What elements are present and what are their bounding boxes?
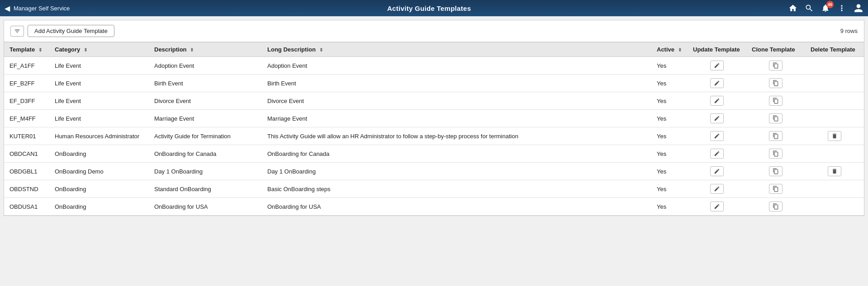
cell-category: OnBoarding bbox=[49, 198, 149, 216]
cell-update-template bbox=[688, 180, 746, 198]
cell-update-template bbox=[688, 163, 746, 180]
cell-long-description: OnBoarding for Canada bbox=[262, 145, 651, 163]
cell-delete-template bbox=[805, 198, 864, 216]
main-content: Add Activity Guide Template 9 rows Templ… bbox=[4, 20, 864, 216]
notification-badge: 45 bbox=[826, 1, 834, 8]
col-header-long-description: Long Description ⇕ bbox=[262, 42, 651, 57]
cell-clone-template bbox=[746, 145, 805, 163]
cell-description: OnBoarding for Canada bbox=[149, 145, 262, 163]
cell-clone-template bbox=[746, 180, 805, 198]
cell-category: Human Resources Administrator bbox=[49, 127, 149, 145]
cell-long-description: Marriage Event bbox=[262, 110, 651, 127]
cell-clone-template bbox=[746, 92, 805, 110]
user-avatar-button[interactable] bbox=[854, 3, 863, 13]
sort-icon-template[interactable]: ⇕ bbox=[38, 47, 42, 52]
cell-active: Yes bbox=[651, 145, 688, 163]
col-header-description: Description ⇕ bbox=[149, 42, 262, 57]
delete-template-button[interactable] bbox=[828, 166, 841, 176]
clone-template-button[interactable] bbox=[769, 96, 783, 106]
cell-category: Life Event bbox=[49, 92, 149, 110]
clone-template-button[interactable] bbox=[769, 202, 783, 211]
cell-delete-template bbox=[805, 127, 864, 145]
toolbar: Add Activity Guide Template 9 rows bbox=[4, 20, 864, 42]
col-header-update-template: Update Template bbox=[688, 42, 746, 57]
table-row: OBDCAN1 OnBoarding OnBoarding for Canada… bbox=[4, 145, 864, 163]
clone-template-button[interactable] bbox=[769, 113, 783, 123]
cell-description: Divorce Event bbox=[149, 92, 262, 110]
clone-template-button[interactable] bbox=[769, 166, 783, 176]
table-row: EF_A1FF Life Event Adoption Event Adopti… bbox=[4, 57, 864, 75]
cell-description: Adoption Event bbox=[149, 57, 262, 75]
update-template-button[interactable] bbox=[710, 131, 724, 141]
cell-long-description: OnBoarding for USA bbox=[262, 198, 651, 216]
app-nav[interactable]: ◀ Manager Self Service bbox=[5, 4, 70, 13]
header: ◀ Manager Self Service Activity Guide Te… bbox=[0, 0, 868, 16]
cell-description: Day 1 OnBoarding bbox=[149, 163, 262, 180]
cell-update-template bbox=[688, 145, 746, 163]
app-name: Manager Self Service bbox=[14, 5, 70, 12]
cell-active: Yes bbox=[651, 163, 688, 180]
cell-long-description: Adoption Event bbox=[262, 57, 651, 75]
cell-delete-template bbox=[805, 180, 864, 198]
col-header-template: Template ⇕ bbox=[4, 42, 49, 57]
cell-description: Marriage Event bbox=[149, 110, 262, 127]
cell-active: Yes bbox=[651, 57, 688, 75]
cell-clone-template bbox=[746, 57, 805, 75]
cell-active: Yes bbox=[651, 92, 688, 110]
update-template-button[interactable] bbox=[710, 184, 724, 194]
clone-template-button[interactable] bbox=[769, 184, 783, 194]
cell-clone-template bbox=[746, 75, 805, 92]
clone-template-button[interactable] bbox=[769, 78, 783, 88]
cell-clone-template bbox=[746, 127, 805, 145]
cell-template: KUTER01 bbox=[4, 127, 49, 145]
home-button[interactable] bbox=[788, 4, 797, 13]
col-header-delete-template: Delete Template bbox=[805, 42, 864, 57]
more-options-button[interactable] bbox=[837, 4, 846, 13]
add-template-button[interactable]: Add Activity Guide Template bbox=[28, 25, 114, 37]
filter-button[interactable] bbox=[10, 26, 24, 37]
cell-active: Yes bbox=[651, 180, 688, 198]
cell-category: Life Event bbox=[49, 110, 149, 127]
cell-long-description: Day 1 OnBoarding bbox=[262, 163, 651, 180]
cell-clone-template bbox=[746, 198, 805, 216]
update-template-button[interactable] bbox=[710, 202, 724, 211]
back-arrow-icon[interactable]: ◀ bbox=[5, 4, 10, 13]
table-row: EF_D3FF Life Event Divorce Event Divorce… bbox=[4, 92, 864, 110]
cell-delete-template bbox=[805, 75, 864, 92]
col-header-category: Category ⇕ bbox=[49, 42, 149, 57]
clone-template-button[interactable] bbox=[769, 131, 783, 141]
table-row: KUTER01 Human Resources Administrator Ac… bbox=[4, 127, 864, 145]
clone-template-button[interactable] bbox=[769, 61, 783, 70]
clone-template-button[interactable] bbox=[769, 149, 783, 159]
update-template-button[interactable] bbox=[710, 166, 724, 176]
cell-template: OBDUSA1 bbox=[4, 198, 49, 216]
update-template-button[interactable] bbox=[710, 78, 724, 88]
delete-template-button[interactable] bbox=[828, 131, 841, 141]
cell-template: OBDCAN1 bbox=[4, 145, 49, 163]
update-template-button[interactable] bbox=[710, 61, 724, 70]
update-template-button[interactable] bbox=[710, 149, 724, 159]
sort-icon-description[interactable]: ⇕ bbox=[190, 47, 194, 52]
sort-icon-category[interactable]: ⇕ bbox=[84, 47, 87, 52]
cell-clone-template bbox=[746, 163, 805, 180]
update-template-button[interactable] bbox=[710, 113, 724, 123]
search-button[interactable] bbox=[805, 4, 814, 13]
header-actions: 45 bbox=[788, 3, 863, 13]
cell-description: Activity Guide for Termination bbox=[149, 127, 262, 145]
cell-category: Life Event bbox=[49, 57, 149, 75]
cell-delete-template bbox=[805, 163, 864, 180]
cell-clone-template bbox=[746, 110, 805, 127]
sort-icon-active[interactable]: ⇕ bbox=[678, 47, 682, 52]
update-template-button[interactable] bbox=[710, 96, 724, 106]
templates-table: Template ⇕ Category ⇕ Description ⇕ Long… bbox=[4, 42, 864, 216]
row-count: 9 rows bbox=[840, 28, 858, 34]
cell-description: Standard OnBoarding bbox=[149, 180, 262, 198]
sort-icon-long-description[interactable]: ⇕ bbox=[319, 47, 323, 52]
cell-update-template bbox=[688, 57, 746, 75]
cell-description: OnBoarding for USA bbox=[149, 198, 262, 216]
cell-category: OnBoarding Demo bbox=[49, 163, 149, 180]
cell-template: OBDGBL1 bbox=[4, 163, 49, 180]
toolbar-left: Add Activity Guide Template bbox=[10, 25, 114, 37]
cell-category: Life Event bbox=[49, 75, 149, 92]
cell-active: Yes bbox=[651, 75, 688, 92]
